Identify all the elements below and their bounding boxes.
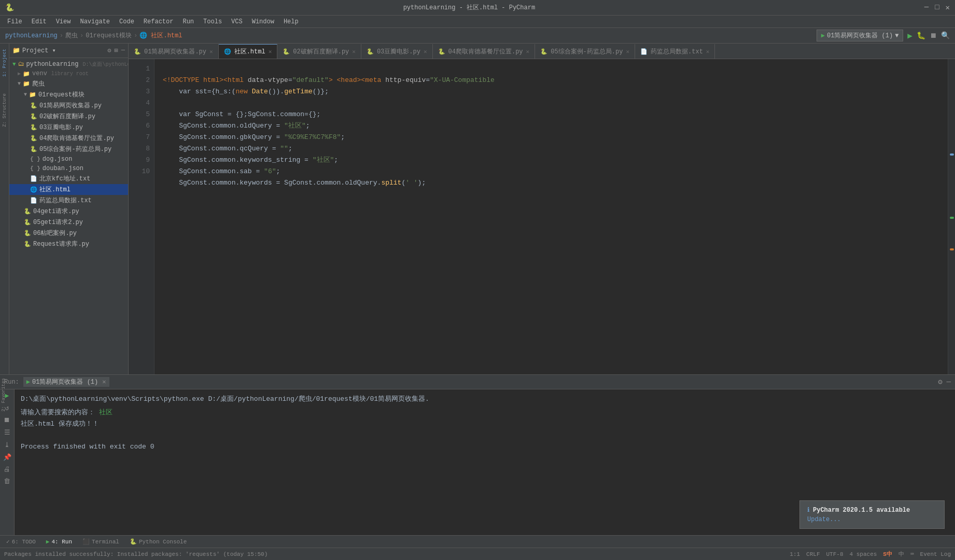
menu-run[interactable]: Run [178,17,198,26]
event-log[interactable]: Event Log [920,551,951,557]
run-button[interactable]: ▶ [907,31,912,41]
breadcrumb: pythonLearning › 爬虫 › 01request模块 › 🌐 社区… [5,31,182,40]
expand-icon[interactable]: ⊞ [115,47,118,54]
tree-file-03[interactable]: 🐍 03豆瓣电影.py [9,122,128,133]
tree-file-dog[interactable]: { } dog.json [9,155,128,164]
collapse-icon[interactable]: ─ [121,47,125,54]
right-markers[interactable] [948,59,955,374]
menu-help[interactable]: Help [279,17,303,26]
tree-file-04[interactable]: 🐍 04爬取肯德基餐厅位置.py [9,133,128,144]
breadcrumb-item-file[interactable]: 🌐 社区.html [139,31,182,40]
tab-close-02[interactable]: ✕ [352,48,356,55]
sidebar-label-structure[interactable]: Z: Structure [1,90,8,130]
gear-icon[interactable]: ⚙ [107,47,111,54]
run-tab-close[interactable]: ✕ [102,378,106,386]
info-icon: ℹ [807,506,810,514]
tree-file-douban[interactable]: { } douban.json [9,164,128,173]
encoding[interactable]: UTF-8 [826,551,844,557]
tree-file-01[interactable]: 🐍 01简易网页收集器.py [9,100,128,111]
run-scroll-btn[interactable]: ⤓ [4,441,10,449]
run-config-arrow: ▼ [895,32,898,39]
minimize-button[interactable]: ─ [924,3,929,12]
tree-file-02[interactable]: 🐍 02破解百度翻译.py [9,111,128,122]
tree-file-06ba[interactable]: 🐍 06粘吧案例.py [9,228,128,239]
run-print-btn[interactable]: 🖨 [4,466,10,473]
menu-refactor[interactable]: Refactor [139,17,178,26]
keyboard-icon[interactable]: ⌨ [910,551,914,557]
status-bar: Packages installed successfully: Install… [0,548,955,560]
stop-button[interactable]: ⏹ [930,32,937,40]
tree-venv[interactable]: ▶ 📁 venv library root [9,69,128,78]
tree-root[interactable]: ▼ 🗂 pythonLearning D:\桌面\pythonLea... [9,59,128,69]
tool-run[interactable]: ▶ 4: Run [43,537,75,546]
tab-shequ[interactable]: 🌐 社区.html ✕ [219,44,278,59]
run-stop-btn[interactable]: ⏹ [4,416,10,424]
run-trash-btn[interactable]: 🗑 [4,478,10,485]
maximize-button[interactable]: □ [935,3,939,12]
main-layout: 1: Project Z: Structure 2: Favorites 📁 P… [0,44,955,535]
indent[interactable]: 4 spaces [850,551,877,557]
tool-terminal[interactable]: ⬛ Terminal [79,537,122,546]
menu-window[interactable]: Window [248,17,278,26]
tree-file-yaojian[interactable]: 📄 药监总局数据.txt [9,195,128,206]
line-sep[interactable]: CRLF [806,551,820,557]
menu-tools[interactable]: Tools [199,17,226,26]
tool-todo[interactable]: ✓ 6: TODO [3,537,39,546]
tree-file-05[interactable]: 🐍 05综合案例-药监总局.py [9,144,128,155]
debug-button[interactable]: 🐛 [917,31,925,40]
cursor-position[interactable]: 1:1 [790,551,800,557]
search-button[interactable]: 🔍 [941,31,950,40]
tab-03douban[interactable]: 🐍 03豆瓣电影.py ✕ [361,44,433,59]
run-config-name[interactable]: ▶ 01简易网页收集器 (1) ✕ [23,377,109,387]
run-settings-icon[interactable]: ⚙ [938,377,942,386]
run-config-dropdown[interactable]: ▶ 01简易网页收集器 (1) ▼ [817,30,904,41]
lang-indicator[interactable]: 中 [898,550,904,558]
tab-close-01[interactable]: ✕ [209,48,213,55]
tab-05zonghe[interactable]: 🐍 05综合案例-药监总局.py ✕ [535,44,635,59]
notification-link[interactable]: Update... [807,516,937,523]
run-close-icon[interactable]: ─ [947,378,951,386]
menu-file[interactable]: File [3,17,26,26]
project-panel-header: 📁 Project ▾ ⚙ ⊞ ─ [9,44,128,58]
run-pin-btn[interactable]: 📌 [3,453,11,461]
breadcrumb-sep-2: › [80,32,83,39]
project-panel: 📁 Project ▾ ⚙ ⊞ ─ ▼ 🗂 pythonLearning D:\… [9,44,129,374]
breadcrumb-item-root[interactable]: pythonLearning [5,32,58,39]
tab-close-03[interactable]: ✕ [424,48,427,55]
tab-close-05[interactable]: ✕ [626,48,629,55]
menu-navigate[interactable]: Navigate [76,17,114,26]
tree-file-request[interactable]: 🐍 Request请求库.py [9,239,128,249]
breadcrumb-item-module[interactable]: 01request模块 [86,31,132,40]
code-content[interactable]: <!DOCTYPE html><html data-vtype="default… [155,59,948,374]
breadcrumb-sep-3: › [134,32,137,39]
tab-02pojie[interactable]: 🐍 02破解百度翻译.py ✕ [277,44,361,59]
menu-edit[interactable]: Edit [27,17,51,26]
tab-yaojiandata[interactable]: 📄 药监总局数据.txt ✕ [635,44,715,59]
run-line-path: D:\桌面\pythonLearning\venv\Scripts\python… [21,394,949,405]
project-label: Project ▾ [22,47,56,54]
breadcrumb-item-spider[interactable]: 爬虫 [65,31,78,40]
sidebar-label-project[interactable]: 1: Project [1,46,8,80]
update-link[interactable]: Update... [807,516,841,523]
tree-file-shequ[interactable]: 🌐 社区.html [9,184,128,195]
terminal-icon: ⬛ [82,538,90,545]
tab-close-04[interactable]: ✕ [526,48,530,55]
menu-code[interactable]: Code [115,17,138,26]
tab-01jianyiwang[interactable]: 🐍 01简易网页收集器.py ✕ [129,44,219,59]
tree-file-05get[interactable]: 🐍 05geti请求2.py [9,217,128,228]
menu-view[interactable]: View [52,17,75,26]
tree-file-kfc[interactable]: 📄 北京kfc地址.txt [9,173,128,184]
project-tree: ▼ 🗂 pythonLearning D:\桌面\pythonLea... ▶ … [9,58,128,374]
run-filter-btn[interactable]: ☰ [4,428,10,437]
tree-folder-spider[interactable]: ▼ 📁 爬虫 [9,78,128,89]
menu-vcs[interactable]: VCS [227,17,247,26]
tab-04kfc[interactable]: 🐍 04爬取肯德基餐厅位置.py ✕ [433,44,536,59]
tab-close-yajian[interactable]: ✕ [706,48,710,55]
tab-close-shequ[interactable]: ✕ [269,48,272,55]
close-button[interactable]: ✕ [946,3,950,12]
run-line-prompt: 请输入需要搜索的内容： 社区 [21,407,949,418]
code-editor[interactable]: 1 2 3 4 5 6 7 8 9 10 <!DOCTYPE html><htm… [129,59,955,374]
tree-file-04get[interactable]: 🐍 04geti请求.py [9,206,128,217]
tree-folder-01request[interactable]: ▼ 📁 01request模块 [9,89,128,100]
tool-python-console[interactable]: 🐍 Python Console [127,537,190,546]
